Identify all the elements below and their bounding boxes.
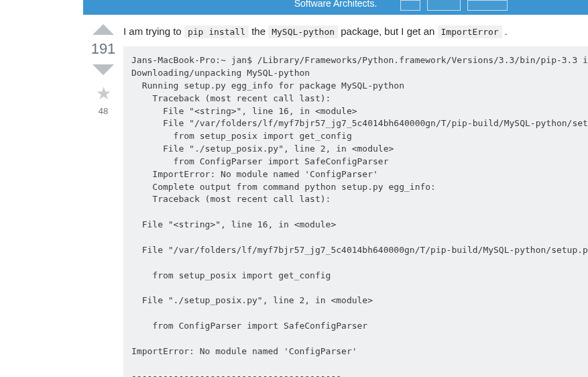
q-code-3: ImportError [438, 25, 502, 38]
favorite-star-icon[interactable]: ★ [83, 85, 123, 102]
ad-banner[interactable]: Software Architects. [83, 0, 588, 15]
upvote-icon[interactable] [93, 24, 114, 35]
question-text: I am trying to pip install the MySQL-pyt… [123, 24, 588, 38]
q-t4: . [505, 25, 508, 37]
banner-art [400, 0, 534, 15]
q-t1: I am trying to [123, 25, 184, 37]
favorite-count: 48 [83, 106, 123, 116]
q-t2: the [251, 25, 268, 37]
banner-text: Software Architects. [294, 0, 377, 7]
post-layout: 191 ★ 48 I am trying to pip install the … [0, 15, 588, 377]
vote-column: 191 ★ 48 [83, 24, 123, 116]
post-body: I am trying to pip install the MySQL-pyt… [123, 24, 588, 377]
downvote-icon[interactable] [93, 64, 114, 75]
q-code-2: MySQL-python [268, 25, 338, 38]
q-t3: package, but I get an [341, 25, 437, 37]
vote-score: 191 [83, 40, 123, 58]
terminal-output[interactable]: Jans-MacBook-Pro:~ jan$ /Library/Framewo… [123, 46, 588, 377]
q-code-1: pip install [184, 25, 249, 38]
